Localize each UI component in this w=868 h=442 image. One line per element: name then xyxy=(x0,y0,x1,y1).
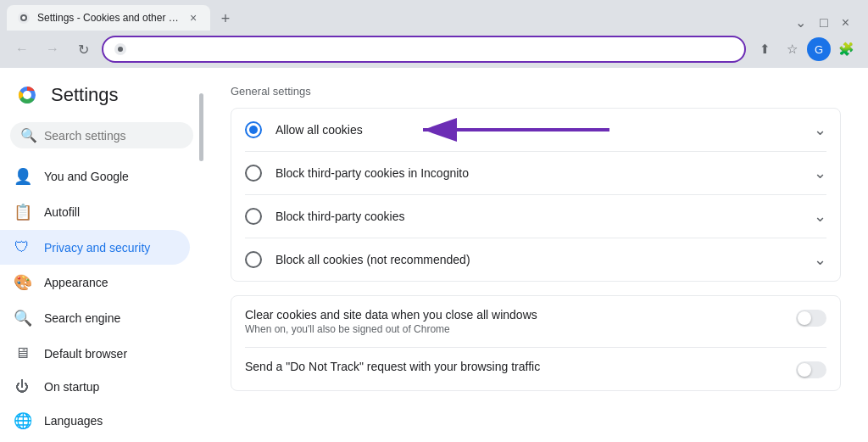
share-icon-button[interactable]: ⬆ xyxy=(753,37,776,61)
sidebar: Settings 🔍 👤 You and Google 📋 Autofill 🛡… xyxy=(0,68,203,442)
sidebar-label-privacy-security: Privacy and security xyxy=(44,241,150,255)
sidebar-item-autofill[interactable]: 📋 Autofill xyxy=(0,194,190,230)
sidebar-item-default-browser[interactable]: 🖥 Default browser xyxy=(0,336,190,371)
chrome-logo-icon xyxy=(14,81,41,109)
shield-icon: 🛡 xyxy=(14,238,31,256)
toggle-clear-sublabel: When on, you'll also be signed out of Ch… xyxy=(245,323,782,335)
url-box[interactable]: chrome://settings/cookies xyxy=(102,36,746,63)
toggle-options-box: Clear cookies and site data when you clo… xyxy=(231,295,841,391)
minimize-button[interactable]: ⌄ xyxy=(790,14,811,31)
toggle-do-not-track[interactable] xyxy=(796,361,826,378)
forward-icon: → xyxy=(46,42,59,57)
tab-title: Settings - Cookies and other site... xyxy=(37,12,180,24)
toggle-dnt-row: Send a "Do Not Track" request with your … xyxy=(245,348,826,390)
active-tab[interactable]: Settings - Cookies and other site... × xyxy=(7,5,210,31)
url-favicon-icon xyxy=(114,42,127,56)
url-input[interactable]: chrome://settings/cookies xyxy=(134,42,734,56)
search-icon: 🔍 xyxy=(20,127,37,143)
toggle-clear-label: Clear cookies and site data when you clo… xyxy=(245,308,782,322)
main-area: Settings 🔍 👤 You and Google 📋 Autofill 🛡… xyxy=(0,68,868,442)
chevron-block-incognito-icon: ⌄ xyxy=(814,164,826,182)
languages-icon: 🌐 xyxy=(14,411,31,430)
autofill-icon: 📋 xyxy=(14,203,31,221)
chevron-block-all-icon: ⌄ xyxy=(814,250,826,269)
close-window-button[interactable]: × xyxy=(837,15,854,31)
sidebar-label-default-browser: Default browser xyxy=(44,347,127,361)
content-area: General settings Allow all cookies xyxy=(203,68,868,442)
sidebar-item-privacy-security[interactable]: 🛡 Privacy and security xyxy=(0,230,190,265)
option-label-block-incognito: Block third-party cookies in Incognito xyxy=(275,166,814,180)
sidebar-item-downloads[interactable]: ⬇ Downloads xyxy=(0,439,190,442)
sidebar-header: Settings xyxy=(0,75,203,119)
svg-point-6 xyxy=(23,91,31,99)
radio-block-all[interactable] xyxy=(245,251,262,268)
profile-letter: G xyxy=(815,43,823,56)
toggle-clear-cookies[interactable] xyxy=(796,310,826,327)
bookmark-button[interactable]: ☆ xyxy=(780,37,804,61)
settings-page-title: Settings xyxy=(51,84,119,106)
section-title: General settings xyxy=(231,85,841,98)
option-label-block-third-party: Block third-party cookies xyxy=(275,210,814,223)
window-controls: ⌄ □ × xyxy=(790,14,861,31)
sidebar-item-appearance[interactable]: 🎨 Appearance xyxy=(0,265,190,300)
startup-icon: ⏻ xyxy=(14,379,31,394)
tab-close-button[interactable]: × xyxy=(186,11,200,25)
settings-search-box[interactable]: 🔍 xyxy=(10,122,193,148)
forward-button[interactable]: → xyxy=(41,37,64,61)
back-icon: ← xyxy=(15,42,29,57)
address-bar: ← → ↻ chrome://settings/cookies ⬆ ☆ G xyxy=(0,31,868,68)
option-block-incognito[interactable]: Block third-party cookies in Incognito ⌄ xyxy=(245,152,826,195)
sidebar-item-languages[interactable]: 🌐 Languages xyxy=(0,403,190,439)
sidebar-label-appearance: Appearance xyxy=(44,276,108,289)
option-block-third-party[interactable]: Block third-party cookies ⌄ xyxy=(245,195,826,238)
reload-icon: ↻ xyxy=(78,42,89,58)
reload-button[interactable]: ↻ xyxy=(71,37,95,61)
extension-button[interactable]: 🧩 xyxy=(834,37,858,61)
sidebar-label-languages: Languages xyxy=(44,414,103,428)
sidebar-label-autofill: Autofill xyxy=(44,205,80,219)
share-icon: ⬆ xyxy=(760,42,771,57)
sidebar-item-you-and-google[interactable]: 👤 You and Google xyxy=(0,159,190,194)
sidebar-label-on-startup: On startup xyxy=(44,380,99,394)
radio-allow-all[interactable] xyxy=(245,121,262,138)
browser-icon: 🖥 xyxy=(14,344,31,362)
toggle-dnt-text: Send a "Do Not Track" request with your … xyxy=(245,360,782,375)
address-actions: ⬆ ☆ G 🧩 xyxy=(753,37,858,61)
settings-search-input[interactable] xyxy=(44,129,183,143)
cookie-options-box: Allow all cookies ⌄ Block third xyxy=(231,108,841,282)
svg-point-3 xyxy=(118,47,123,52)
chevron-block-third-party-icon: ⌄ xyxy=(814,207,826,226)
radio-block-incognito[interactable] xyxy=(245,165,262,182)
maximize-button[interactable]: □ xyxy=(815,15,833,31)
puzzle-icon: 🧩 xyxy=(838,42,854,57)
toggle-clear-text: Clear cookies and site data when you clo… xyxy=(245,308,782,335)
option-allow-all-cookies[interactable]: Allow all cookies ⌄ xyxy=(245,109,826,152)
option-label-block-all: Block all cookies (not recommended) xyxy=(275,253,814,266)
new-tab-button[interactable]: + xyxy=(214,7,237,31)
back-button[interactable]: ← xyxy=(10,37,34,61)
search-engine-icon: 🔍 xyxy=(14,309,31,327)
tab-favicon xyxy=(17,11,31,25)
person-icon: 👤 xyxy=(14,167,31,186)
tab-bar: Settings - Cookies and other site... × +… xyxy=(0,0,868,31)
sidebar-label-search-engine: Search engine xyxy=(44,311,120,325)
toggle-clear-cookies-row: Clear cookies and site data when you clo… xyxy=(245,296,826,348)
profile-button[interactable]: G xyxy=(807,37,831,61)
appearance-icon: 🎨 xyxy=(14,273,31,292)
svg-point-1 xyxy=(22,16,25,20)
option-block-all[interactable]: Block all cookies (not recommended) ⌄ xyxy=(245,238,826,281)
toggle-dnt-label: Send a "Do Not Track" request with your … xyxy=(245,360,782,373)
radio-block-third-party[interactable] xyxy=(245,208,262,225)
sidebar-item-on-startup[interactable]: ⏻ On startup xyxy=(0,371,190,403)
arrow-annotation xyxy=(415,113,618,147)
sidebar-label-you-and-google: You and Google xyxy=(44,170,129,183)
sidebar-item-search-engine[interactable]: 🔍 Search engine xyxy=(0,300,190,336)
chevron-allow-all-icon: ⌄ xyxy=(814,120,826,139)
star-icon: ☆ xyxy=(787,42,798,57)
